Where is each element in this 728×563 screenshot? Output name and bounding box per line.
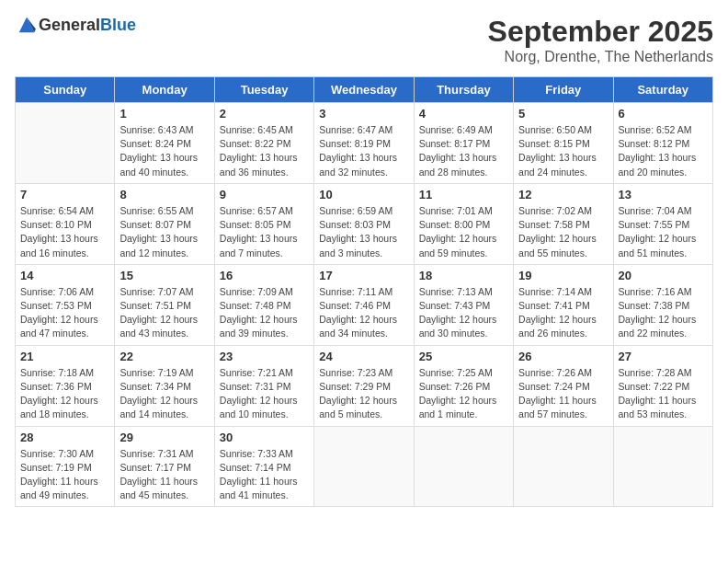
day-detail: Sunrise: 7:16 AM Sunset: 7:38 PM Dayligh… [619, 285, 708, 341]
day-number: 25 [419, 350, 508, 363]
calendar-cell: 13Sunrise: 7:04 AM Sunset: 7:55 PM Dayli… [613, 183, 712, 264]
day-number: 16 [220, 269, 309, 282]
title-block: September 2025 Norg, Drenthe, The Nether… [488, 15, 713, 65]
day-detail: Sunrise: 7:18 AM Sunset: 7:36 PM Dayligh… [20, 366, 109, 422]
day-number: 28 [20, 431, 109, 444]
day-detail: Sunrise: 7:25 AM Sunset: 7:26 PM Dayligh… [419, 366, 508, 422]
weekday-header: Friday [514, 77, 613, 103]
calendar-cell [16, 103, 115, 184]
day-detail: Sunrise: 7:21 AM Sunset: 7:31 PM Dayligh… [220, 366, 309, 422]
calendar-cell: 27Sunrise: 7:28 AM Sunset: 7:22 PM Dayli… [613, 345, 712, 426]
day-number: 27 [619, 350, 708, 363]
day-number: 8 [119, 188, 209, 201]
day-detail: Sunrise: 6:59 AM Sunset: 8:03 PM Dayligh… [319, 204, 408, 260]
calendar-cell: 22Sunrise: 7:19 AM Sunset: 7:34 PM Dayli… [115, 345, 214, 426]
calendar-cell: 20Sunrise: 7:16 AM Sunset: 7:38 PM Dayli… [613, 264, 712, 345]
day-number: 11 [419, 188, 508, 201]
day-detail: Sunrise: 7:30 AM Sunset: 7:19 PM Dayligh… [20, 447, 109, 503]
day-detail: Sunrise: 7:07 AM Sunset: 7:51 PM Dayligh… [119, 285, 209, 341]
day-number: 19 [518, 269, 608, 282]
calendar-cell: 19Sunrise: 7:14 AM Sunset: 7:41 PM Dayli… [514, 264, 613, 345]
day-detail: Sunrise: 6:49 AM Sunset: 8:17 PM Dayligh… [419, 123, 508, 179]
calendar-cell: 30Sunrise: 7:33 AM Sunset: 7:14 PM Dayli… [214, 426, 313, 507]
calendar-cell: 10Sunrise: 6:59 AM Sunset: 8:03 PM Dayli… [314, 183, 414, 264]
day-number: 23 [220, 350, 309, 363]
day-number: 14 [20, 269, 109, 282]
day-number: 1 [119, 107, 209, 121]
calendar-cell: 28Sunrise: 7:30 AM Sunset: 7:19 PM Dayli… [16, 426, 115, 507]
logo-icon [17, 15, 37, 35]
day-number: 17 [319, 269, 408, 282]
calendar-cell: 25Sunrise: 7:25 AM Sunset: 7:26 PM Dayli… [414, 345, 513, 426]
day-detail: Sunrise: 7:33 AM Sunset: 7:14 PM Dayligh… [220, 447, 309, 503]
day-detail: Sunrise: 7:19 AM Sunset: 7:34 PM Dayligh… [119, 366, 209, 422]
weekday-header: Wednesday [314, 77, 414, 103]
calendar-cell [514, 426, 613, 507]
calendar-cell: 8Sunrise: 6:55 AM Sunset: 8:07 PM Daylig… [115, 183, 214, 264]
day-detail: Sunrise: 7:26 AM Sunset: 7:24 PM Dayligh… [518, 366, 608, 422]
month-title: September 2025 [488, 15, 713, 49]
day-detail: Sunrise: 7:14 AM Sunset: 7:41 PM Dayligh… [518, 285, 608, 341]
day-number: 24 [319, 350, 408, 363]
day-detail: Sunrise: 6:47 AM Sunset: 8:19 PM Dayligh… [319, 123, 408, 179]
day-detail: Sunrise: 6:43 AM Sunset: 8:24 PM Dayligh… [119, 123, 209, 179]
day-number: 30 [220, 431, 309, 444]
day-number: 18 [419, 269, 508, 282]
day-detail: Sunrise: 6:54 AM Sunset: 8:10 PM Dayligh… [20, 204, 109, 260]
day-detail: Sunrise: 7:28 AM Sunset: 7:22 PM Dayligh… [619, 366, 708, 422]
calendar-cell: 24Sunrise: 7:23 AM Sunset: 7:29 PM Dayli… [314, 345, 414, 426]
calendar-cell: 18Sunrise: 7:13 AM Sunset: 7:43 PM Dayli… [414, 264, 513, 345]
calendar-week-row: 7Sunrise: 6:54 AM Sunset: 8:10 PM Daylig… [16, 183, 713, 264]
calendar-cell: 26Sunrise: 7:26 AM Sunset: 7:24 PM Dayli… [514, 345, 613, 426]
calendar-cell [314, 426, 414, 507]
calendar-header-row: SundayMondayTuesdayWednesdayThursdayFrid… [16, 77, 713, 103]
calendar-cell: 1Sunrise: 6:43 AM Sunset: 8:24 PM Daylig… [115, 103, 214, 184]
calendar-cell: 15Sunrise: 7:07 AM Sunset: 7:51 PM Dayli… [115, 264, 214, 345]
day-number: 7 [20, 188, 109, 201]
day-number: 3 [319, 107, 408, 121]
day-number: 21 [20, 350, 109, 363]
day-number: 6 [619, 107, 708, 121]
day-number: 15 [119, 269, 209, 282]
day-number: 4 [419, 107, 508, 121]
calendar-cell [414, 426, 513, 507]
day-detail: Sunrise: 6:57 AM Sunset: 8:05 PM Dayligh… [220, 204, 309, 260]
calendar-week-row: 14Sunrise: 7:06 AM Sunset: 7:53 PM Dayli… [16, 264, 713, 345]
calendar-cell: 29Sunrise: 7:31 AM Sunset: 7:17 PM Dayli… [115, 426, 214, 507]
day-number: 29 [119, 431, 209, 444]
day-number: 5 [518, 107, 608, 121]
calendar-week-row: 1Sunrise: 6:43 AM Sunset: 8:24 PM Daylig… [16, 103, 713, 184]
day-detail: Sunrise: 7:09 AM Sunset: 7:48 PM Dayligh… [220, 285, 309, 341]
day-detail: Sunrise: 7:23 AM Sunset: 7:29 PM Dayligh… [319, 366, 408, 422]
day-detail: Sunrise: 6:55 AM Sunset: 8:07 PM Dayligh… [119, 204, 209, 260]
location-title: Norg, Drenthe, The Netherlands [488, 49, 713, 65]
weekday-header: Saturday [613, 77, 712, 103]
calendar-cell [613, 426, 712, 507]
logo-text-general: General [39, 16, 100, 34]
weekday-header: Thursday [414, 77, 513, 103]
calendar-cell: 9Sunrise: 6:57 AM Sunset: 8:05 PM Daylig… [214, 183, 313, 264]
day-number: 22 [119, 350, 209, 363]
day-detail: Sunrise: 6:50 AM Sunset: 8:15 PM Dayligh… [518, 123, 608, 179]
day-detail: Sunrise: 7:01 AM Sunset: 8:00 PM Dayligh… [419, 204, 508, 260]
weekday-header: Sunday [16, 77, 115, 103]
calendar-cell: 14Sunrise: 7:06 AM Sunset: 7:53 PM Dayli… [16, 264, 115, 345]
calendar-cell: 17Sunrise: 7:11 AM Sunset: 7:46 PM Dayli… [314, 264, 414, 345]
day-detail: Sunrise: 7:31 AM Sunset: 7:17 PM Dayligh… [119, 447, 209, 503]
calendar-cell: 7Sunrise: 6:54 AM Sunset: 8:10 PM Daylig… [16, 183, 115, 264]
calendar-cell: 21Sunrise: 7:18 AM Sunset: 7:36 PM Dayli… [16, 345, 115, 426]
calendar-cell: 2Sunrise: 6:45 AM Sunset: 8:22 PM Daylig… [214, 103, 313, 184]
calendar-cell: 12Sunrise: 7:02 AM Sunset: 7:58 PM Dayli… [514, 183, 613, 264]
calendar-cell: 4Sunrise: 6:49 AM Sunset: 8:17 PM Daylig… [414, 103, 513, 184]
calendar-cell: 11Sunrise: 7:01 AM Sunset: 8:00 PM Dayli… [414, 183, 513, 264]
weekday-header: Monday [115, 77, 214, 103]
day-number: 20 [619, 269, 708, 282]
day-detail: Sunrise: 6:52 AM Sunset: 8:12 PM Dayligh… [619, 123, 708, 179]
day-detail: Sunrise: 7:04 AM Sunset: 7:55 PM Dayligh… [619, 204, 708, 260]
weekday-header: Tuesday [214, 77, 313, 103]
day-number: 10 [319, 188, 408, 201]
day-detail: Sunrise: 6:45 AM Sunset: 8:22 PM Dayligh… [220, 123, 309, 179]
day-number: 2 [220, 107, 309, 121]
calendar-cell: 6Sunrise: 6:52 AM Sunset: 8:12 PM Daylig… [613, 103, 712, 184]
calendar-cell: 3Sunrise: 6:47 AM Sunset: 8:19 PM Daylig… [314, 103, 414, 184]
